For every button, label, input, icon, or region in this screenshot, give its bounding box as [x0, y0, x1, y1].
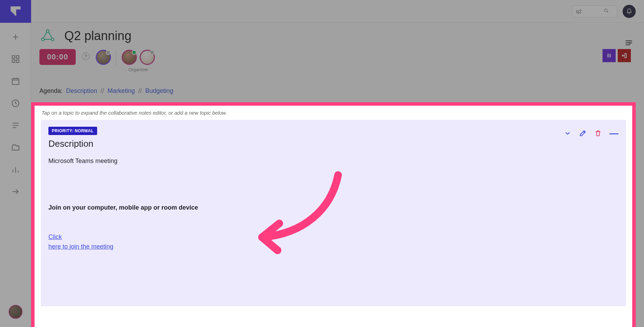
notes-panel: Tap on a topic to expand the collaborati… — [31, 102, 636, 327]
svg-rect-3 — [16, 60, 19, 62]
topic-line: Microsoft Teams meeting — [48, 157, 618, 165]
end-button[interactable] — [618, 49, 631, 62]
arrow-right-icon[interactable] — [11, 187, 20, 196]
edit-icon[interactable] — [579, 129, 587, 137]
organizer-label: Organizer — [121, 67, 156, 72]
dashboard-icon[interactable] — [11, 55, 20, 64]
timer[interactable]: 00:00 — [39, 49, 76, 65]
folder-icon[interactable] — [11, 143, 20, 152]
help-icon[interactable]: ? — [628, 41, 631, 47]
svg-rect-10 — [608, 54, 609, 58]
search-box[interactable] — [572, 6, 617, 17]
join-link-click[interactable]: Click — [48, 233, 618, 241]
help-icon[interactable]: ? — [82, 52, 90, 60]
search-input[interactable] — [576, 8, 604, 14]
topic-line-bold: Join on your computer, mobile app or roo… — [48, 203, 618, 212]
agenda-item-budgeting[interactable]: Budgeting — [145, 87, 173, 95]
panel-hint: Tap on a topic to expand the collaborati… — [41, 108, 626, 120]
agenda-item-description[interactable]: Description — [66, 87, 97, 95]
app-logo[interactable] — [0, 0, 31, 23]
svg-point-6 — [605, 9, 607, 11]
share-icon — [39, 28, 56, 44]
chevron-down-icon[interactable] — [564, 129, 571, 137]
user-avatar[interactable] — [9, 305, 22, 319]
clock-icon[interactable] — [11, 99, 20, 108]
collapse-icon[interactable]: — — [609, 131, 618, 136]
bars-icon[interactable] — [11, 165, 20, 174]
agenda-label: Agenda: — [39, 87, 63, 95]
svg-rect-0 — [12, 56, 15, 58]
notifications-button[interactable] — [623, 5, 636, 18]
status-dot-away — [150, 50, 155, 55]
main: Q2 planning 00:00 ? Organizer ? — [31, 23, 644, 327]
svg-rect-11 — [610, 54, 611, 58]
status-dot-online — [132, 50, 137, 55]
trash-icon[interactable] — [594, 129, 602, 137]
notes-icon[interactable] — [11, 121, 20, 130]
page-title: Q2 planning — [64, 29, 131, 43]
topic-card[interactable]: PRIORITY: NORMAL Description — Microsoft… — [41, 120, 626, 306]
topic-actions: — — [564, 129, 618, 137]
status-dot-away — [106, 50, 111, 55]
topbar — [31, 0, 644, 23]
search-icon — [604, 8, 609, 15]
avatar[interactable] — [140, 50, 155, 65]
agenda-breadcrumb: Agenda: Description // Marketing // Budg… — [39, 87, 636, 95]
pause-button[interactable] — [603, 49, 616, 62]
join-link-here[interactable]: here to join the meeting — [48, 242, 618, 251]
svg-rect-2 — [12, 60, 15, 62]
topic-title: Description — [48, 138, 618, 149]
topic-body[interactable]: Microsoft Teams meeting Join on your com… — [48, 157, 618, 251]
agenda-item-marketing[interactable]: Marketing — [108, 87, 135, 95]
svg-point-9 — [51, 38, 54, 41]
sidebar — [0, 0, 31, 327]
avatar-separator — [116, 50, 116, 66]
add-icon[interactable] — [11, 32, 20, 41]
priority-badge: PRIORITY: NORMAL — [48, 127, 97, 135]
calendar-icon[interactable] — [11, 77, 20, 86]
svg-rect-1 — [16, 56, 19, 58]
participant-avatars: Organizer — [96, 50, 156, 72]
svg-point-8 — [41, 38, 44, 41]
svg-rect-4 — [12, 78, 19, 84]
avatar[interactable] — [96, 50, 111, 65]
svg-point-7 — [46, 30, 49, 32]
avatar-organizer[interactable] — [122, 50, 137, 65]
